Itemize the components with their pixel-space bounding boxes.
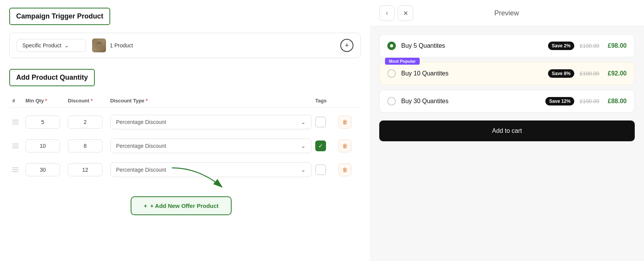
discount-type-select-2[interactable]: Percentage Discount ⌄	[110, 139, 311, 153]
close-icon: ✕	[403, 10, 408, 17]
radio-button-3[interactable]	[387, 97, 396, 105]
delete-row-3[interactable]: 🗑	[338, 163, 351, 176]
back-icon: ‹	[386, 10, 388, 17]
min-qty-required: *	[44, 98, 47, 104]
svg-rect-1	[97, 42, 101, 44]
checkmark-icon: ✓	[318, 143, 323, 149]
discount-type-value-1: Percentage Discount	[116, 119, 166, 125]
discount-required: *	[89, 98, 93, 104]
add-product-quantity-box: Add Product Quantity	[9, 69, 95, 86]
discount-type-required: *	[145, 98, 148, 104]
tag-checkbox-1[interactable]	[315, 117, 326, 127]
trigger-row: Specific Product ⌄ 1 Product +	[9, 33, 361, 58]
col-discount-type: Discount Type *	[110, 98, 311, 104]
tag-checkbox-2[interactable]: ✓	[315, 141, 326, 151]
col-discount: Discount *	[68, 98, 106, 104]
most-popular-badge: Most Popular	[385, 58, 420, 65]
trash-icon: 🗑	[342, 167, 348, 173]
trigger-type-select[interactable]: Specific Product ⌄	[17, 39, 86, 52]
table-row: Percentage Discount ⌄ 🗑	[9, 159, 361, 181]
add-to-cart-button[interactable]: Add to cart	[379, 120, 635, 141]
product-selector: 1 Product	[92, 38, 334, 52]
discounted-price-3: £88.00	[608, 98, 627, 105]
trash-icon: 🗑	[342, 143, 348, 149]
campaign-trigger-box: Campaign Trigger Product	[9, 8, 110, 25]
original-price-3: £100.00	[580, 98, 599, 104]
delete-row-2[interactable]: 🗑	[338, 139, 351, 152]
close-button[interactable]: ✕	[398, 5, 413, 21]
left-panel: Campaign Trigger Product Specific Produc…	[0, 0, 370, 261]
col-min-qty: Min Qty *	[25, 98, 64, 104]
col-hash: #	[12, 98, 22, 104]
discount-input-2[interactable]	[68, 139, 103, 152]
min-qty-input-3[interactable]	[25, 163, 60, 176]
delete-row-1[interactable]: 🗑	[338, 115, 351, 129]
drag-handle[interactable]	[12, 144, 22, 148]
offer-label-2: Buy 10 Quantites	[401, 70, 543, 77]
tag-checkbox-3[interactable]	[315, 164, 326, 175]
drag-handle[interactable]	[12, 120, 22, 124]
table-row: Percentage Discount ⌄ ✓ 🗑	[9, 135, 361, 157]
preview-content: Buy 5 Quantites Save 2% £100.00 £98.00 M…	[370, 27, 644, 149]
table-row: Percentage Discount ⌄ 🗑	[9, 111, 361, 133]
min-qty-input-2[interactable]	[25, 139, 60, 152]
trash-icon: 🗑	[342, 119, 348, 125]
offer-card-3[interactable]: Buy 30 Quantites Save 12% £100.00 £88.00	[379, 90, 635, 113]
discount-type-value-3: Percentage Discount	[116, 167, 166, 173]
chevron-down-icon: ⌄	[301, 119, 306, 125]
back-button[interactable]: ‹	[379, 5, 395, 21]
offer-label-1: Buy 5 Quantites	[401, 42, 543, 49]
original-price-1: £100.00	[580, 43, 599, 49]
save-badge-3: Save 12%	[545, 97, 574, 105]
add-product-button[interactable]: +	[340, 39, 353, 52]
radio-button-1[interactable]	[387, 42, 396, 50]
add-offer-label: + Add New Offer Product	[150, 202, 219, 209]
offer-card-2[interactable]: Most Popular Buy 10 Quantites Save 8% £1…	[379, 62, 635, 85]
table-header: # Min Qty * Discount * Discount Type * T…	[9, 94, 361, 108]
discounted-price-2: £92.00	[608, 70, 627, 77]
plus-icon: +	[144, 202, 147, 209]
discount-input-1[interactable]	[68, 115, 103, 129]
col-tags: Tags	[315, 98, 335, 104]
min-qty-input-1[interactable]	[25, 115, 60, 129]
quantity-table: # Min Qty * Discount * Discount Type * T…	[9, 94, 361, 181]
drag-handle[interactable]	[12, 167, 22, 172]
radio-button-2[interactable]	[387, 69, 396, 78]
discounted-price-1: £98.00	[608, 42, 627, 49]
offer-card-1[interactable]: Buy 5 Quantites Save 2% £100.00 £98.00	[379, 34, 635, 57]
add-product-quantity-title: Add Product Quantity	[16, 74, 88, 81]
add-to-cart-label: Add to cart	[492, 127, 522, 134]
nav-buttons: ‹ ✕	[379, 5, 413, 21]
discount-type-select-1[interactable]: Percentage Discount ⌄	[110, 115, 311, 129]
svg-rect-0	[95, 43, 103, 49]
chevron-down-icon: ⌄	[301, 143, 306, 149]
discount-type-value-2: Percentage Discount	[116, 143, 166, 149]
chevron-down-icon: ⌄	[64, 42, 69, 49]
campaign-trigger-title: Campaign Trigger Product	[16, 12, 103, 20]
offer-label-3: Buy 30 Quantites	[401, 98, 540, 105]
product-count: 1 Product	[110, 42, 133, 49]
original-price-2: £100.00	[580, 70, 599, 77]
chevron-down-icon: ⌄	[301, 167, 306, 173]
right-panel: ‹ ✕ Preview Buy 5 Quantites Save 2% £100…	[370, 0, 644, 261]
save-badge-2: Save 8%	[548, 69, 575, 78]
discount-input-3[interactable]	[68, 163, 103, 176]
add-offer-button[interactable]: + + Add New Offer Product	[131, 196, 232, 215]
save-badge-1: Save 2%	[548, 42, 575, 50]
product-thumbnail	[92, 38, 106, 52]
preview-header: ‹ ✕ Preview	[370, 0, 644, 27]
trigger-type-label: Specific Product	[22, 42, 61, 49]
preview-title: Preview	[494, 9, 519, 17]
discount-type-select-3[interactable]: Percentage Discount ⌄	[110, 162, 311, 177]
